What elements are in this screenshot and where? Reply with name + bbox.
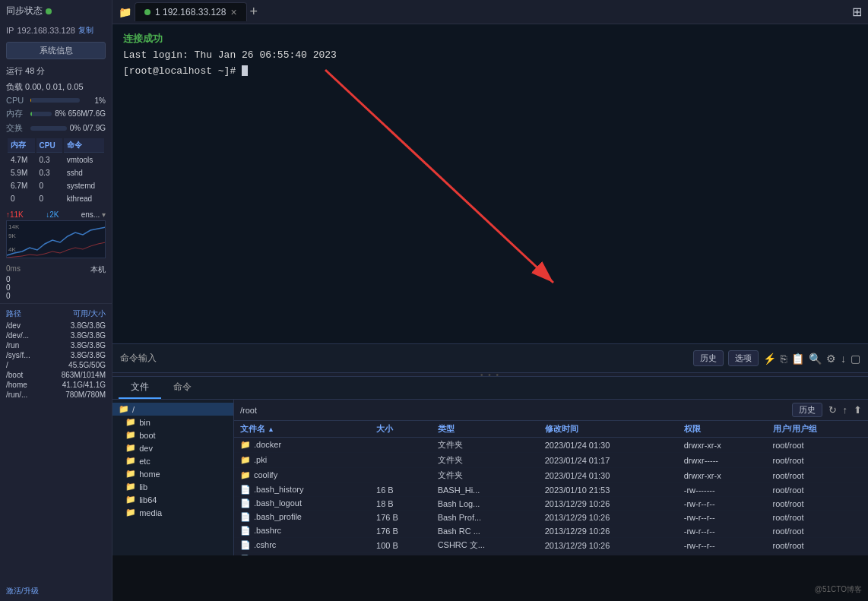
col-type: 类型 — [432, 421, 539, 438]
col-size: 大小 — [370, 421, 432, 438]
fm-upload-button[interactable]: ↑ — [843, 404, 848, 416]
process-row: 5.9M0.3sshd — [8, 167, 104, 179]
swap-value: 0% 0/7.9G — [70, 124, 106, 132]
net-nic: ens... ▾ — [81, 210, 106, 219]
disk-col-path: 路径 — [6, 308, 21, 319]
disk-row: /run/...780M/780M — [6, 390, 106, 400]
fm-file-row[interactable]: 📁.pki 文件夹 2023/01/24 01:17 drwxr----- ro… — [234, 453, 868, 468]
copy-icon[interactable]: ⎘ — [781, 353, 787, 365]
fm-tree-item[interactable]: 📁dev — [112, 441, 233, 454]
terminal-line-1: 连接成功 — [123, 32, 857, 48]
fm-file-row[interactable]: 📄.bash_logout 18 B Bash Log... 2013/12/2… — [234, 497, 868, 511]
runtime-value: 48 分 — [25, 66, 45, 75]
terminal-bottom-right: 历史 选项 ⚡ ⎘ 📋 🔍 ⚙ ↓ ▢ — [693, 350, 860, 366]
fm-toolbar: /root 历史 ↻ ↑ ⬆ — [234, 400, 868, 421]
fm-tree-item[interactable]: 📁lib64 — [112, 493, 233, 506]
fm-file-row[interactable]: 📄.tcshrc 129 B TCSHRC ... 2013/12/29 10:… — [234, 553, 868, 556]
window-icon[interactable]: ▢ — [851, 353, 860, 365]
disk-row: /sys/f...3.8G/3.8G — [6, 350, 106, 360]
fm-file-row[interactable]: 📄.bash_profile 176 B Bash Prof... 2013/1… — [234, 511, 868, 524]
mem-label: 内存 — [6, 108, 27, 119]
latency-label: 0ms — [6, 264, 21, 275]
grid-icon[interactable]: ⊞ — [852, 5, 862, 19]
settings-icon[interactable]: ⚙ — [826, 353, 836, 365]
sync-label: 同步状态 — [6, 5, 43, 17]
fm-tree-item[interactable]: 📁lib — [112, 480, 233, 493]
ip-address: 192.168.33.128 — [17, 26, 74, 35]
upgrade-link[interactable]: 激活/升级 — [0, 581, 112, 601]
fm-tree-item[interactable]: 📁etc — [112, 454, 233, 467]
fm-tree-item[interactable]: 📁media — [112, 506, 233, 519]
cpu-stat: CPU 1% — [0, 94, 112, 106]
disk-row: /run3.8G/3.8G — [6, 340, 106, 350]
fm-file-row[interactable]: 📄.bash_history 16 B BASH_Hi... 2023/01/1… — [234, 483, 868, 497]
load-row: 负载 0.00, 0.01, 0.05 — [0, 80, 112, 94]
sys-info-button[interactable]: 系统信息 — [6, 42, 106, 59]
process-row: 00kthread — [8, 193, 104, 204]
svg-line-4 — [325, 70, 553, 283]
options-button[interactable]: 选项 — [728, 350, 759, 366]
tab-close-button[interactable]: × — [230, 6, 236, 18]
fm-file-row[interactable]: 📄.cshrc 100 B CSHRC 文... 2013/12/29 10:2… — [234, 538, 868, 553]
tab-item[interactable]: 1 192.168.33.128 × — [135, 2, 247, 21]
fm-file-row[interactable]: 📁coolify 文件夹 2023/01/24 01:30 drwxr-xr-x… — [234, 468, 868, 483]
disk-header: 路径 可用/大小 — [6, 307, 106, 321]
fm-tree-item[interactable]: 📁/ — [112, 403, 233, 416]
svg-text:4K: 4K — [8, 246, 16, 253]
main-area: 📁 1 192.168.33.128 × + ⊞ 连接成功 Last login… — [112, 0, 868, 601]
col-name: 文件名 ▲ — [234, 421, 370, 438]
cpu-bar — [30, 98, 31, 103]
copy-ip-button[interactable]: 复制 — [78, 25, 93, 36]
process-row: 4.7M0.3vmtools — [8, 154, 104, 166]
fm-tree-item[interactable]: 📁bin — [112, 416, 233, 429]
disk-row: /home41.1G/41.1G — [6, 380, 106, 390]
disk-row: /boot863M/1014M — [6, 370, 106, 380]
mem-stat: 内存 8% 656M/7.6G — [0, 106, 112, 121]
paste-icon[interactable]: 📋 — [791, 353, 804, 365]
fm-tab-cmd[interactable]: 命令 — [161, 377, 204, 399]
col-mtime: 修改时间 — [539, 421, 678, 438]
tab-add-button[interactable]: + — [250, 4, 258, 20]
cmd-input[interactable] — [163, 353, 687, 364]
sync-status: 同步状态 — [0, 0, 112, 22]
proc-col-cpu: CPU — [36, 138, 62, 153]
connect-success: 连接成功 — [123, 33, 163, 45]
runtime-label: 运行 — [6, 66, 23, 75]
fm-upload2-button[interactable]: ⬆ — [854, 404, 862, 416]
file-manager: 文件 命令 📁/ 📁bin 📁boot 📁dev 📁etc 📁home 📁lib… — [112, 377, 868, 555]
history-button[interactable]: 历史 — [693, 350, 724, 366]
fm-tabs: 文件 命令 — [112, 377, 868, 400]
fm-file-row[interactable]: 📁.docker 文件夹 2023/01/24 01:30 drwxr-xr-x… — [234, 438, 868, 453]
net-header: ↑11K ↓2K ens... ▾ — [6, 210, 106, 219]
disk-col-avail: 可用/大小 — [73, 308, 106, 319]
fm-tree-item[interactable]: 📁home — [112, 467, 233, 480]
sync-dot — [46, 8, 52, 14]
cpu-label: CPU — [6, 96, 27, 105]
sidebar: 同步状态 IP 192.168.33.128 复制 系统信息 运行 48 分 负… — [0, 0, 112, 601]
col-owner: 用户/用户组 — [767, 421, 868, 438]
proc-col-cmd: 命令 — [64, 138, 104, 153]
fm-file-row[interactable]: 📄.bashrc 176 B Bash RC ... 2013/12/29 10… — [234, 524, 868, 538]
fm-body: 📁/ 📁bin 📁boot 📁dev 📁etc 📁home 📁lib 📁lib6… — [112, 400, 868, 555]
fm-tab-file[interactable]: 文件 — [119, 377, 161, 399]
prompt: [root@localhost ~]# — [123, 65, 236, 77]
tab-status-dot — [144, 9, 150, 15]
terminal-line-3: [root@localhost ~]# — [123, 64, 857, 80]
net-chart: 14K 9K 4K — [6, 220, 106, 258]
svg-text:9K: 9K — [8, 232, 16, 239]
fm-history-button[interactable]: 历史 — [792, 403, 822, 417]
fm-tree-item[interactable]: 📁boot — [112, 429, 233, 441]
fm-path: /root — [240, 406, 786, 415]
mem-value: 8% 656M/7.6G — [55, 109, 106, 118]
cmd-input-label: 命令输入 — [120, 352, 157, 365]
disk-row: /45.5G/50G — [6, 360, 106, 370]
search-icon[interactable]: 🔍 — [809, 353, 822, 365]
mem-bar-wrap — [30, 112, 52, 116]
swap-label: 交换 — [6, 122, 27, 134]
proc-col-mem: 内存 — [8, 138, 35, 153]
lightning-icon[interactable]: ⚡ — [763, 353, 776, 365]
download-icon[interactable]: ↓ — [841, 353, 846, 365]
terminal[interactable]: 连接成功 Last login: Thu Jan 26 06:55:40 202… — [112, 24, 868, 343]
fm-refresh-button[interactable]: ↻ — [828, 404, 837, 416]
terminal-bottom: 命令输入 历史 选项 ⚡ ⎘ 📋 🔍 ⚙ ↓ ▢ — [112, 343, 868, 372]
